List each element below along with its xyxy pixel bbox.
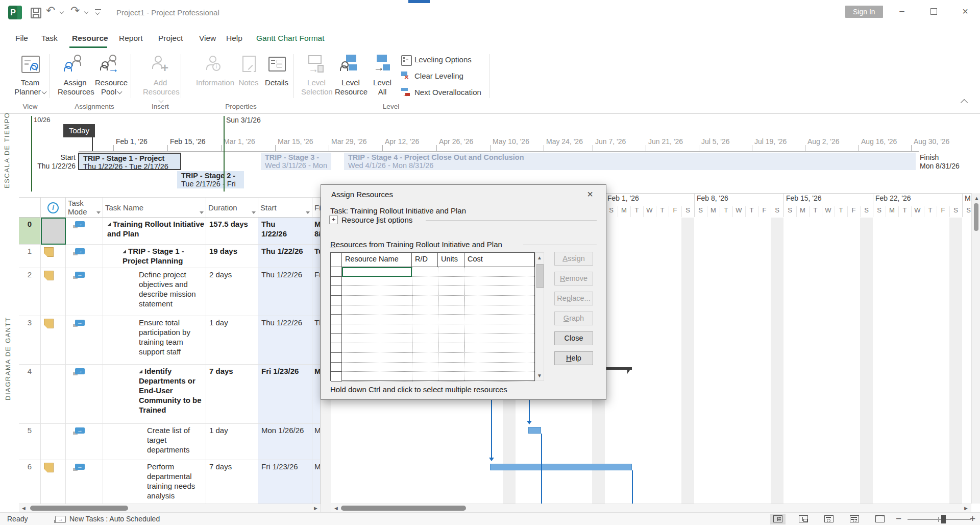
resource-row-header[interactable] <box>331 343 342 353</box>
tab-file[interactable]: File <box>14 30 30 46</box>
resource-pool-button[interactable]: → ResourcePool <box>95 54 128 96</box>
resource-row[interactable] <box>342 343 534 353</box>
task-mode-cell[interactable]: → <box>66 245 103 268</box>
table-row[interactable]: 1→TRIP - Stage 1 - Project Planning19 da… <box>19 245 321 268</box>
zoom-slider-thumb[interactable] <box>941 515 946 523</box>
row-number[interactable]: 2 <box>19 268 41 316</box>
filter-arrow-icon[interactable] <box>306 211 310 214</box>
help-button[interactable]: Help <box>554 351 593 365</box>
tab-gantt-chart-format[interactable]: Gantt Chart Format <box>255 30 326 46</box>
task-mode-cell[interactable]: → <box>66 460 103 504</box>
start-cell[interactable]: Thu 1/22/26 <box>258 316 312 365</box>
undo-dropdown-icon[interactable] <box>60 10 64 14</box>
row-number[interactable]: 4 <box>19 365 41 424</box>
start-cell[interactable]: Thu 1/22/26 <box>258 245 312 268</box>
graph-button[interactable]: Graph <box>554 312 593 325</box>
project-app-icon[interactable]: P <box>8 6 22 19</box>
duration-cell[interactable]: 7 days <box>206 365 258 424</box>
resource-row-header[interactable] <box>331 353 342 363</box>
note-icon[interactable] <box>44 271 54 280</box>
level-selection-button[interactable]: → LevelSelection <box>301 54 332 96</box>
information-button[interactable]: i Information <box>196 54 230 87</box>
row-number[interactable]: 1 <box>19 245 41 268</box>
task-bar-perform-analysis[interactable] <box>490 464 632 470</box>
tab-resource[interactable]: Resource <box>70 30 110 46</box>
resource-row-header[interactable] <box>331 286 342 296</box>
resource-row-header[interactable] <box>331 363 342 372</box>
assign-resources-dialog[interactable]: Assign Resources × Task: Training Rollou… <box>321 184 606 400</box>
gantt-vertical-scrollbar-thumb[interactable] <box>974 203 978 231</box>
resource-list-scrollbar[interactable]: ▲ ▼ <box>535 252 544 381</box>
resource-row-header[interactable] <box>331 296 342 305</box>
resource-row-header[interactable] <box>331 334 342 344</box>
resource-row[interactable] <box>342 296 534 305</box>
resource-row-header[interactable] <box>331 372 342 381</box>
info-cell[interactable] <box>41 268 66 316</box>
task-name-cell[interactable]: TRIP - Stage 1 - Project Planning <box>103 245 206 268</box>
scroll-up-icon[interactable]: ▲ <box>974 194 979 203</box>
finish-cell[interactable]: M <box>312 460 321 504</box>
info-cell[interactable] <box>41 316 66 365</box>
team-planner-button[interactable]: TeamPlanner <box>13 54 47 96</box>
tab-view[interactable]: View <box>198 30 217 46</box>
team-planner-view-button[interactable] <box>821 514 837 524</box>
table-horizontal-scrollbar[interactable]: ◄ ► <box>19 504 321 513</box>
gantt-vertical-scrollbar[interactable]: ▲ <box>971 193 980 504</box>
finish-cell[interactable]: M <box>312 424 321 460</box>
save-icon[interactable] <box>31 8 41 18</box>
resource-row-header[interactable] <box>331 305 342 315</box>
minimize-button[interactable]: – <box>891 0 913 22</box>
task-bar-create-list[interactable] <box>528 427 541 434</box>
task-name-cell[interactable]: Perform departmental training needs anal… <box>103 460 206 504</box>
start-cell[interactable]: Fri 1/23/26 <box>258 460 312 504</box>
tab-report[interactable]: Report <box>117 30 144 46</box>
gantt-chart-view-button[interactable] <box>770 514 786 524</box>
start-cell[interactable]: Thu 1/22/26 <box>258 218 312 245</box>
dialog-close-icon[interactable]: × <box>582 187 598 201</box>
duration-cell[interactable]: 2 days <box>206 268 258 316</box>
start-cell[interactable]: Thu 1/22/26 <box>258 268 312 316</box>
duration-cell[interactable]: 7 days <box>206 460 258 504</box>
resource-row[interactable] <box>342 334 534 344</box>
zoom-out-icon[interactable]: − <box>896 513 901 524</box>
task-name-cell[interactable]: Define project objectives and describe m… <box>103 268 206 316</box>
notes-button[interactable]: Notes <box>236 54 261 87</box>
timeline-bar-stage-2[interactable]: TRIP - Stage 2 -Tue 2/17/26 - Fri <box>177 171 244 188</box>
duration-cell[interactable]: 19 days <box>206 245 258 268</box>
task-mode-cell[interactable]: → <box>66 365 103 424</box>
resource-list-options-label[interactable]: Resource list options <box>341 216 412 224</box>
column-header-task-mode[interactable]: Task Mode <box>66 197 103 218</box>
task-name-cell[interactable]: Identify Departments or End-User Communi… <box>103 365 206 424</box>
finish-cell[interactable]: Th <box>312 316 321 365</box>
replace-button[interactable]: Replace... <box>554 292 593 305</box>
assign-resources-button[interactable]: AssignResources <box>58 54 92 96</box>
resource-row-header[interactable] <box>331 267 342 277</box>
table-row[interactable]: 3→Ensure total participation by training… <box>19 316 321 365</box>
timeline-bar-stage-4[interactable]: TRIP - Stage 4 - Project Close Out and C… <box>344 153 916 170</box>
undo-icon[interactable]: ↶ <box>46 5 55 16</box>
zoom-in-icon[interactable]: + <box>970 513 975 524</box>
scroll-down-icon[interactable]: ▼ <box>537 371 542 380</box>
table-row[interactable]: 4→Identify Departments or End-User Commu… <box>19 365 321 424</box>
next-overallocation-button[interactable]: Next Overallocation <box>414 87 481 98</box>
clear-leveling-button[interactable]: Clear Leveling <box>414 71 463 81</box>
zoom-slider-track[interactable] <box>908 519 971 520</box>
timeline-bar-stage-1[interactable]: TRIP - Stage 1 - ProjectThu 1/22/26 - Tu… <box>78 153 181 170</box>
resource-row-header[interactable] <box>331 324 342 334</box>
column-header-task-name[interactable]: Task Name <box>103 197 206 218</box>
start-cell[interactable]: Fri 1/23/26 <box>258 365 312 424</box>
finish-cell[interactable]: M <box>312 365 321 424</box>
scroll-left-icon[interactable]: ◄ <box>333 504 339 513</box>
task-name-cell[interactable]: Ensure total participation by training t… <box>103 316 206 365</box>
add-resources-button[interactable]: + AddResources <box>143 54 178 105</box>
tab-task[interactable]: Task <box>40 30 59 46</box>
duration-cell[interactable]: 157.5 days <box>206 218 258 245</box>
info-cell[interactable] <box>41 460 66 504</box>
resource-row[interactable] <box>342 353 534 363</box>
gantt-horizontal-scrollbar[interactable]: ◄ ► <box>331 504 971 513</box>
tab-project[interactable]: Project <box>157 30 184 46</box>
timeline-range-left-edge[interactable] <box>31 116 32 192</box>
timeline-pane[interactable]: ESCALA DE TIEMPO 10/26 Sun 3/1/26 Today … <box>0 113 980 194</box>
customize-quick-access-chevron-icon[interactable] <box>96 11 100 15</box>
timeline-range-right-edge[interactable] <box>224 116 225 192</box>
